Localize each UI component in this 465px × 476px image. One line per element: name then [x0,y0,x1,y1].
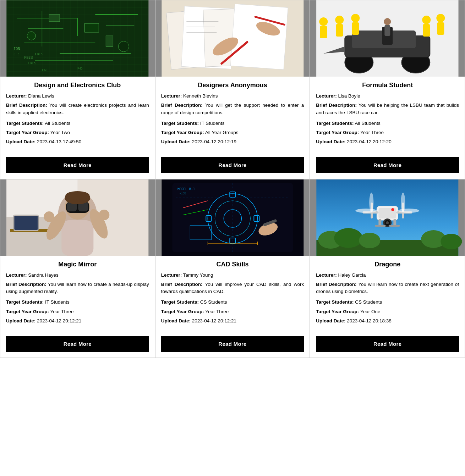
svg-rect-54 [437,22,444,35]
svg-rect-13 [49,15,60,22]
card-target-students-formula-student: Target Students: All Students [316,120,459,127]
svg-point-74 [99,210,109,220]
svg-rect-50 [352,22,359,35]
card-design-electronics: FB23 FB15 FB16 ION 0 5 C61 R45 Design an… [0,0,155,179]
card-body-design-electronics: Design and Electronics Club Lecturer: Di… [0,77,155,153]
card-formula-student: Formula Student Lecturer: Lisa Boyle Bri… [310,0,465,179]
svg-point-16 [27,32,35,40]
svg-rect-120 [389,225,400,227]
card-upload-date-formula-student: Upload Date: 2023-04-12 20:12:20 [316,138,459,145]
svg-text:FB23: FB23 [24,56,33,60]
card-target-students-design-electronics: Target Students: All Students [6,120,149,127]
card-magic-mirror: Magic Mirror Lecturer: Sandra Hayes Brie… [0,179,155,358]
card-brief-designers-anonymous: Brief Description: You will get the supp… [161,102,304,116]
svg-text:C61: C61 [42,68,48,72]
card-image-design-electronics: FB23 FB15 FB16 ION 0 5 C61 R45 [0,0,155,77]
card-brief-magic-mirror: Brief Description: You will learn how to… [6,281,149,295]
card-image-dragone [310,179,465,256]
svg-point-99 [334,228,363,248]
svg-rect-64 [61,220,93,256]
card-cad-skills: MODEL B-1 F-150 CAD Skills Lecturer: Tam… [155,179,310,358]
card-target-students-cad-skills: Target Students: CS Students [161,299,304,306]
card-brief-dragone: Brief Description: You will learn how to… [316,281,459,295]
svg-rect-14 [84,23,99,32]
card-image-designers-anonymous [155,0,310,77]
read-more-button-design-electronics[interactable]: Read More [6,157,149,173]
card-lecturer-magic-mirror: Lecturer: Sandra Hayes [6,272,149,279]
svg-point-102 [441,234,462,249]
card-target-year-designers-anonymous: Target Year Group: All Year Groups [161,129,304,136]
svg-point-47 [335,16,344,24]
card-lecturer-designers-anonymous: Lecturer: Kenneth Blevins [161,93,304,100]
card-dragone: Dragone Lecturer: Haley Garcia Brief Des… [310,179,465,358]
card-upload-date-design-electronics: Upload Date: 2023-04-13 17:49:50 [6,138,149,145]
svg-point-70 [65,191,89,200]
svg-point-17 [118,41,129,52]
read-more-button-formula-student[interactable]: Read More [316,157,459,173]
read-more-button-dragone[interactable]: Read More [316,336,459,352]
svg-text:MODEL B-1: MODEL B-1 [177,187,195,191]
card-designers-anonymous: Designers Anonymous Lecturer: Kenneth Bl… [155,0,310,179]
svg-text:FB15: FB15 [35,52,43,56]
card-target-students-dragone: Target Students: CS Students [316,299,459,306]
card-body-designers-anonymous: Designers Anonymous Lecturer: Kenneth Bl… [155,77,310,153]
card-image-magic-mirror [0,179,155,256]
card-target-students-magic-mirror: Target Students: IT Students [6,299,149,306]
card-title-dragone: Dragone [316,261,459,268]
svg-point-115 [401,193,405,212]
svg-point-100 [359,233,381,248]
read-more-button-cad-skills[interactable]: Read More [161,336,304,352]
svg-point-51 [422,16,431,24]
card-title-cad-skills: CAD Skills [161,261,304,268]
card-target-year-magic-mirror: Target Year Group: Year Three [6,308,149,315]
card-upload-date-cad-skills: Upload Date: 2023-04-12 20:12:21 [161,317,304,325]
svg-point-112 [356,209,377,213]
card-lecturer-design-electronics: Lecturer: Diana Lewis [6,93,149,100]
read-more-button-designers-anonymous[interactable]: Read More [161,157,304,173]
card-target-year-formula-student: Target Year Group: Year Three [316,129,459,136]
svg-rect-48 [336,24,343,37]
svg-point-55 [384,18,391,25]
svg-rect-15 [106,36,113,46]
card-title-magic-mirror: Magic Mirror [6,261,149,268]
cards-grid: FB23 FB15 FB16 ION 0 5 C61 R45 Design an… [0,0,465,358]
svg-point-45 [319,17,328,26]
svg-rect-62 [14,216,38,230]
card-lecturer-dragone: Lecturer: Haley Garcia [316,272,459,279]
card-target-students-designers-anonymous: Target Students: IT Students [161,120,304,127]
card-upload-date-magic-mirror: Upload Date: 2023-04-12 20:12:21 [6,317,149,325]
svg-text:R45: R45 [77,67,83,70]
card-body-dragone: Dragone Lecturer: Haley Garcia Brief Des… [310,256,465,332]
svg-point-107 [386,221,389,224]
card-image-cad-skills: MODEL B-1 F-150 [155,179,310,256]
card-title-designers-anonymous: Designers Anonymous [161,82,304,89]
svg-text:FB16: FB16 [28,61,35,65]
svg-point-53 [437,14,445,22]
card-title-formula-student: Formula Student [316,82,459,89]
card-target-year-design-electronics: Target Year Group: Year Two [6,129,149,136]
svg-rect-46 [320,26,327,38]
card-brief-formula-student: Brief Description: You will be helping t… [316,102,459,116]
card-upload-date-dragone: Upload Date: 2023-04-12 20:18:38 [316,317,459,325]
card-brief-design-electronics: Brief Description: You will create elect… [6,102,149,116]
svg-text:0 5: 0 5 [13,52,19,56]
svg-text:ION: ION [13,47,20,51]
card-title-design-electronics: Design and Electronics Club [6,82,149,89]
svg-point-116 [392,208,394,211]
svg-point-73 [44,211,54,222]
svg-point-49 [351,14,360,22]
card-lecturer-cad-skills: Lecturer: Tammy Young [161,272,304,279]
svg-point-114 [370,193,374,212]
card-target-year-dragone: Target Year Group: Year One [316,308,459,315]
read-more-button-magic-mirror[interactable]: Read More [6,336,149,352]
svg-rect-52 [423,24,430,37]
svg-text:F-150: F-150 [177,192,186,195]
card-body-cad-skills: CAD Skills Lecturer: Tammy Young Brief D… [155,256,310,332]
svg-point-113 [398,209,420,213]
card-body-formula-student: Formula Student Lecturer: Lisa Boyle Bri… [310,77,465,153]
card-upload-date-designers-anonymous: Upload Date: 2023-04-12 20:12:19 [161,138,304,145]
svg-rect-119 [375,225,386,227]
svg-rect-56 [385,25,390,36]
card-image-formula-student [310,0,465,77]
card-target-year-cad-skills: Target Year Group: Year Three [161,308,304,315]
